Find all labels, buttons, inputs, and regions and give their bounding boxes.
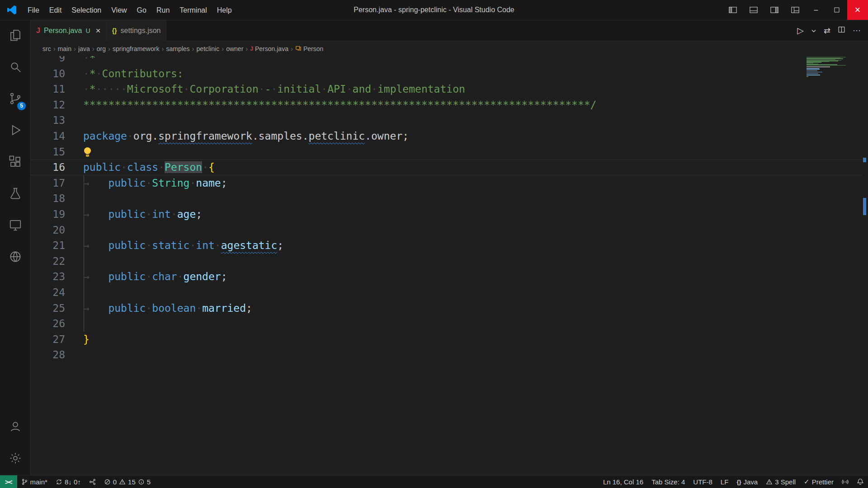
line-number[interactable]: 19: [31, 206, 65, 222]
tab-size-indicator[interactable]: Tab Size: 4: [647, 475, 689, 488]
code-line-22[interactable]: 22: [31, 253, 862, 269]
language-mode[interactable]: {} Java: [732, 475, 762, 488]
breadcrumb-petclinic[interactable]: petclinic: [197, 45, 220, 52]
notifications-button[interactable]: [853, 475, 868, 488]
breadcrumb-samples[interactable]: samples: [166, 45, 189, 52]
line-number[interactable]: 28: [31, 347, 65, 363]
account-button[interactable]: [0, 412, 30, 443]
open-changes-icon[interactable]: ⇄: [824, 26, 830, 36]
line-number[interactable]: 26: [31, 316, 65, 332]
feedback-button[interactable]: [838, 475, 853, 488]
more-actions-icon[interactable]: ···: [853, 26, 861, 35]
sidebar-item-explorer[interactable]: [0, 20, 30, 52]
code-line-11[interactable]: 11·*·····Microsoft·Corporation·-·initial…: [31, 81, 862, 97]
eol-indicator[interactable]: LF: [717, 475, 733, 488]
run-dropdown-chevron-icon[interactable]: [811, 27, 816, 35]
code-line-19[interactable]: 19→public·int·age;: [31, 206, 862, 222]
code-line-18[interactable]: 18: [31, 191, 862, 206]
breadcrumb-owner[interactable]: owner: [226, 45, 243, 52]
code-line-26[interactable]: 26: [31, 316, 862, 332]
editor[interactable]: 9·*10·*·Contributors:11·*·····Microsoft·…: [31, 56, 868, 475]
menu-terminal[interactable]: Terminal: [175, 0, 212, 20]
split-editor-icon[interactable]: [838, 26, 845, 35]
breadcrumb-springframework[interactable]: springframework: [113, 45, 159, 52]
toggle-secondary-sidebar-icon[interactable]: [764, 0, 785, 20]
sidebar-item-search[interactable]: [0, 52, 30, 84]
sidebar-item-run-debug[interactable]: [0, 115, 30, 147]
sync-status[interactable]: 8↓ 0↑: [52, 475, 85, 488]
customize-layout-icon[interactable]: [785, 0, 806, 20]
code-line-12[interactable]: 12**************************************…: [31, 97, 862, 113]
code-line-21[interactable]: 21→public·static·int·agestatic;: [31, 238, 862, 253]
close-tab-icon[interactable]: ×: [96, 26, 101, 36]
toggle-sidebar-icon[interactable]: [722, 0, 743, 20]
code-line-17[interactable]: 17→public·String·name;: [31, 175, 862, 191]
sidebar-item-testing[interactable]: [0, 178, 30, 210]
tab-person-java[interactable]: J Person.java U ×: [31, 20, 107, 41]
code-line-16[interactable]: 16public·class·Person·{: [31, 160, 862, 175]
breadcrumb-file[interactable]: JPerson.java: [250, 45, 288, 52]
toggle-panel-icon[interactable]: [743, 0, 764, 20]
maximize-button[interactable]: [826, 0, 847, 20]
branch-status[interactable]: main*: [17, 475, 52, 488]
line-number[interactable]: 18: [31, 191, 65, 206]
line-number[interactable]: 13: [31, 113, 65, 128]
menu-file[interactable]: File: [23, 0, 44, 20]
prettier-status[interactable]: ✓ Prettier: [800, 475, 838, 488]
breadcrumb-main[interactable]: main: [58, 45, 71, 52]
sidebar-item-remote-explorer[interactable]: [0, 210, 30, 242]
line-number[interactable]: 27: [31, 332, 65, 347]
close-button[interactable]: ×: [847, 0, 868, 20]
breadcrumb-org[interactable]: org: [97, 45, 106, 52]
line-number[interactable]: 21: [31, 238, 65, 253]
code-line-15[interactable]: 15: [31, 144, 862, 160]
line-number[interactable]: 11: [31, 81, 65, 97]
remote-indicator[interactable]: ><: [0, 475, 17, 488]
line-number[interactable]: 16: [31, 160, 65, 175]
tab-settings-json[interactable]: {} settings.json: [107, 20, 167, 41]
code-line-10[interactable]: 10·*·Contributors:: [31, 66, 862, 82]
breadcrumb-java[interactable]: java: [78, 45, 90, 52]
line-number[interactable]: 17: [31, 175, 65, 191]
line-number[interactable]: 23: [31, 269, 65, 285]
code-line-23[interactable]: 23→public·char·gender;: [31, 269, 862, 285]
breadcrumb-symbol-person[interactable]: Person: [295, 45, 323, 52]
code-line-28[interactable]: 28: [31, 347, 862, 363]
line-number[interactable]: 10: [31, 66, 65, 82]
line-number[interactable]: 22: [31, 253, 65, 269]
settings-button[interactable]: [0, 443, 30, 475]
code-line-13[interactable]: 13: [31, 113, 862, 128]
sidebar-item-source-control[interactable]: 5: [0, 84, 30, 115]
minimize-button[interactable]: –: [806, 0, 826, 20]
code-line-27[interactable]: 27}: [31, 332, 862, 347]
code-line-24[interactable]: 24: [31, 285, 862, 300]
menu-selection[interactable]: Selection: [66, 0, 106, 20]
menu-help[interactable]: Help: [212, 0, 237, 20]
menu-go[interactable]: Go: [132, 0, 151, 20]
breadcrumb: src› main› java› org› springframework› s…: [31, 41, 868, 56]
code-line-9[interactable]: 9·*: [31, 56, 862, 66]
line-number[interactable]: 15: [31, 144, 65, 160]
line-number[interactable]: 24: [31, 285, 65, 300]
git-graph-button[interactable]: [85, 475, 100, 488]
run-button[interactable]: ▷: [797, 25, 804, 36]
code-line-25[interactable]: 25→public·boolean·married;: [31, 300, 862, 316]
minimap[interactable]: [807, 57, 848, 78]
line-number[interactable]: 25: [31, 300, 65, 316]
menu-view[interactable]: View: [106, 0, 132, 20]
breadcrumb-src[interactable]: src: [42, 45, 51, 52]
code-line-20[interactable]: 20: [31, 222, 862, 238]
menu-edit[interactable]: Edit: [44, 0, 67, 20]
cursor-position[interactable]: Ln 16, Col 16: [599, 475, 647, 488]
spell-checker-status[interactable]: 3 Spell: [762, 475, 800, 488]
sidebar-item-github[interactable]: [0, 242, 30, 273]
code-line-14[interactable]: 14package·org.springframework.samples.pe…: [31, 128, 862, 144]
sidebar-item-extensions[interactable]: [0, 147, 30, 178]
line-number[interactable]: 12: [31, 97, 65, 113]
problems-status[interactable]: 0 15 5: [100, 475, 155, 488]
line-number[interactable]: 9: [31, 56, 65, 66]
line-number[interactable]: 14: [31, 128, 65, 144]
menu-run[interactable]: Run: [151, 0, 175, 20]
line-number[interactable]: 20: [31, 222, 65, 238]
encoding-indicator[interactable]: UTF-8: [689, 475, 717, 488]
